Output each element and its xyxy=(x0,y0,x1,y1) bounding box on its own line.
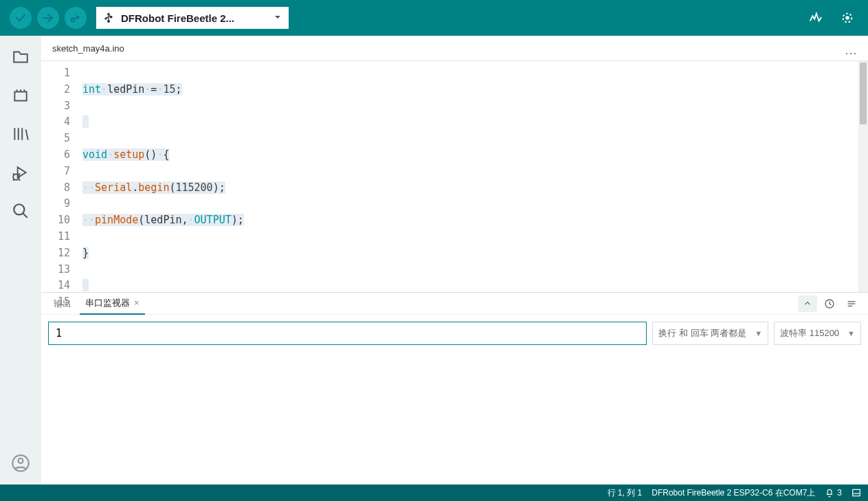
usb-icon xyxy=(103,10,114,26)
svg-marker-2 xyxy=(76,15,80,21)
svg-point-13 xyxy=(14,204,24,214)
code-token: 15 xyxy=(163,83,175,96)
code-token: ; xyxy=(238,214,244,226)
close-icon[interactable]: × xyxy=(134,298,140,308)
line-number: 5 xyxy=(41,131,70,147)
sketchbook-icon[interactable] xyxy=(10,47,31,67)
notifications-button[interactable]: 3 xyxy=(825,488,842,498)
code-token: ; xyxy=(219,181,225,194)
dropdown-label: 波特率 115200 xyxy=(780,327,839,339)
chevron-down-icon: ▼ xyxy=(755,329,762,337)
code-token: ledPin xyxy=(107,83,144,96)
serial-plotter-button[interactable] xyxy=(805,7,827,29)
board-label: DFRobot FireBeetle 2... xyxy=(121,12,234,24)
line-number: 7 xyxy=(41,164,70,180)
code-token: } xyxy=(82,247,89,259)
svg-point-3 xyxy=(108,20,110,22)
code-token: ( xyxy=(144,148,151,161)
code-token: ) xyxy=(232,214,238,226)
editor-scrollbar[interactable] xyxy=(858,61,868,292)
code-token: { xyxy=(163,148,169,161)
code-area[interactable]: int·ledPin·=·15; void·setup()·{ ··Serial… xyxy=(82,61,868,292)
svg-point-9 xyxy=(846,16,849,19)
code-token: OUTPUT xyxy=(194,214,232,226)
line-ending-dropdown[interactable]: 换行 和 回车 两者都是▼ xyxy=(652,322,768,345)
panel-tabs: 输出 串口监视器× xyxy=(41,293,868,315)
line-number: 8 xyxy=(41,180,70,197)
svg-rect-10 xyxy=(14,92,26,101)
line-number: 4 xyxy=(41,114,70,131)
serial-controls: 换行 和 回车 两者都是▼ 波特率 115200▼ xyxy=(41,315,868,352)
editor-tabs: sketch_may4a.ino ⋯ xyxy=(41,36,868,60)
verify-button[interactable] xyxy=(10,7,32,29)
line-number: 13 xyxy=(41,262,70,278)
code-token: Serial xyxy=(95,181,132,194)
panel-clock-button[interactable] xyxy=(820,296,839,312)
code-token: ; xyxy=(175,83,181,96)
line-number: 10 xyxy=(41,212,70,229)
dropdown-label: 换行 和 回车 两者都是 xyxy=(658,327,746,339)
line-number: 15 xyxy=(41,294,70,311)
svg-line-14 xyxy=(23,213,27,218)
bottom-panel: 输出 串口监视器× xyxy=(41,292,868,485)
account-icon[interactable] xyxy=(10,453,31,474)
cursor-position: 行 1, 列 1 xyxy=(608,487,643,499)
code-token: void xyxy=(82,148,107,161)
debug-button[interactable] xyxy=(65,7,87,29)
svg-rect-6 xyxy=(111,16,112,17)
code-token: ( xyxy=(138,214,144,226)
line-number: 9 xyxy=(41,196,70,212)
serial-output-area xyxy=(41,352,868,485)
code-token: pinMode xyxy=(95,214,138,226)
line-number: 1 xyxy=(41,65,70,82)
code-token: begin xyxy=(138,181,169,194)
line-number: 14 xyxy=(41,278,70,294)
svg-marker-7 xyxy=(275,16,280,19)
board-selector[interactable]: DFRobot FireBeetle 2... xyxy=(96,7,289,29)
code-token: setup xyxy=(113,148,144,161)
file-tab[interactable]: sketch_may4a.ino xyxy=(44,38,135,60)
panel-collapse-button[interactable] xyxy=(798,296,817,312)
serial-input[interactable] xyxy=(48,322,647,345)
line-number: 12 xyxy=(41,245,70,262)
chevron-down-icon: ▼ xyxy=(847,329,855,337)
line-number: 6 xyxy=(41,147,70,164)
code-token: ledPin xyxy=(144,214,181,226)
activity-bar xyxy=(0,36,41,485)
baud-rate-dropdown[interactable]: 波特率 115200▼ xyxy=(774,322,861,345)
status-bar: 行 1, 列 1 DFRobot FireBeetle 2 ESP32-C6 在… xyxy=(0,485,868,501)
scroll-thumb[interactable] xyxy=(860,63,867,124)
code-editor[interactable]: 1 2 3 4 5 6 7 8 9 10 11 12 13 14 15 int·… xyxy=(41,60,868,292)
line-gutter: 1 2 3 4 5 6 7 8 9 10 11 12 13 14 15 xyxy=(41,61,82,292)
tab-overflow-button[interactable]: ⋯ xyxy=(835,45,868,60)
line-number: 2 xyxy=(41,82,70,98)
library-manager-icon[interactable] xyxy=(10,124,31,144)
panel-lines-button[interactable] xyxy=(842,296,861,312)
line-number: 11 xyxy=(41,229,70,245)
code-token: ) xyxy=(213,181,219,194)
code-token: int xyxy=(82,83,101,96)
debug-icon[interactable] xyxy=(10,162,31,183)
code-token: . xyxy=(132,181,138,194)
search-icon[interactable] xyxy=(10,201,31,221)
notif-count: 3 xyxy=(837,488,842,498)
serial-monitor-button[interactable] xyxy=(836,7,858,29)
tab-serial-monitor[interactable]: 串口监视器× xyxy=(80,293,145,315)
code-token: , xyxy=(182,214,188,226)
tab-label: 串口监视器 xyxy=(85,298,130,308)
status-layout-button[interactable] xyxy=(852,488,861,498)
upload-button[interactable] xyxy=(37,7,59,29)
svg-point-16 xyxy=(19,458,23,463)
code-token: 115200 xyxy=(175,181,212,194)
svg-rect-21 xyxy=(853,489,860,496)
chevron-down-icon xyxy=(274,13,282,23)
top-toolbar: DFRobot FireBeetle 2... xyxy=(0,0,868,36)
svg-point-5 xyxy=(105,18,107,19)
line-number: 3 xyxy=(41,98,70,115)
status-board[interactable]: DFRobot FireBeetle 2 ESP32-C6 在COM7上 xyxy=(652,487,815,499)
boards-manager-icon[interactable] xyxy=(10,85,31,106)
